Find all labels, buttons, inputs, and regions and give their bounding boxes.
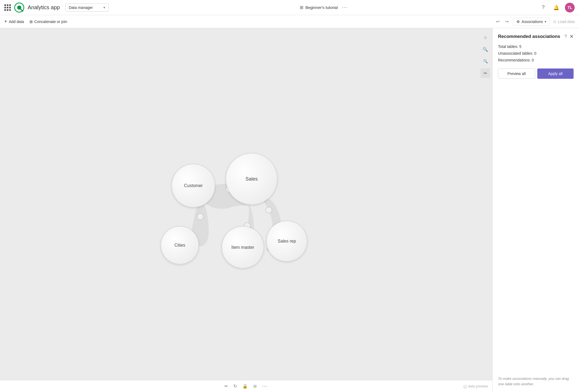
concatenate-button[interactable]: ⊞ Concatenate or join bbox=[30, 19, 67, 24]
bottom-toolbar: ✏ ↻ 🔒 ⊖ ··· ◱ data preview bbox=[0, 380, 492, 392]
add-data-label: Add data bbox=[9, 19, 24, 24]
notification-icon[interactable]: 🔔 bbox=[552, 3, 561, 12]
canvas[interactable]: ⌂ 🔍 🔍 ✏ bbox=[0, 28, 492, 392]
filter-icon[interactable]: ⊖ bbox=[253, 384, 257, 389]
panel-stats: Total tables: 5 Unassociated tables: 0 R… bbox=[498, 44, 574, 64]
load-data-icon: ⊙ bbox=[553, 19, 556, 24]
svg-point-4 bbox=[197, 214, 203, 220]
plus-icon: + bbox=[4, 19, 7, 24]
toolbar2-right: ↩ ↪ ⚙ Associations ▾ ⊙ Load data bbox=[495, 18, 575, 26]
lock-icon[interactable]: 🔒 bbox=[242, 384, 248, 389]
load-data-label: Load data bbox=[558, 19, 575, 24]
panel-title: Recommended associations bbox=[498, 34, 560, 39]
home-icon[interactable]: ⌂ bbox=[480, 32, 490, 42]
panel-close-icon[interactable]: ✕ bbox=[570, 34, 574, 40]
associations-label: Associations bbox=[522, 19, 543, 24]
tutorial-label: Beginner's tutorial bbox=[305, 5, 338, 10]
load-data-button[interactable]: ⊙ Load data bbox=[553, 19, 575, 24]
sales-rep-node[interactable]: Sales rep bbox=[266, 221, 307, 262]
panel-footer-text: To make associations manually, you can d… bbox=[498, 377, 569, 386]
item-master-node[interactable]: Item master bbox=[222, 226, 264, 268]
right-tools: ⌂ 🔍 🔍 ✏ bbox=[480, 32, 490, 78]
unassociated-tables: Unassociated tables: 0 bbox=[498, 51, 574, 56]
zoom-in-icon[interactable]: 🔍 bbox=[480, 44, 490, 54]
recommendations: Recommendations: 0 bbox=[498, 57, 574, 63]
total-tables: Total tables: 5 bbox=[498, 44, 574, 50]
svg-line-2 bbox=[21, 9, 23, 11]
concat-label: Concatenate or join bbox=[34, 19, 67, 24]
add-data-button[interactable]: + Add data bbox=[4, 19, 24, 24]
main-area: ⌂ 🔍 🔍 ✏ bbox=[0, 28, 579, 392]
preview-all-button[interactable]: Preview all bbox=[498, 68, 535, 79]
zoom-out-icon[interactable]: 🔍 bbox=[480, 56, 490, 66]
svg-point-6 bbox=[266, 207, 272, 213]
toolbar2: + Add data ⊞ Concatenate or join ↩ ↪ ⚙ A… bbox=[0, 15, 579, 28]
app-title: Analytics app bbox=[28, 4, 60, 11]
cities-node[interactable]: Cities bbox=[161, 226, 199, 264]
right-icons: ? 🔔 TL bbox=[539, 3, 575, 12]
panel-header-icons: ? ✕ bbox=[564, 34, 574, 40]
center-bar: ⊞ Beginner's tutorial ··· bbox=[300, 5, 348, 10]
grid-menu-icon[interactable] bbox=[4, 4, 11, 11]
dropdown-label: Data manager bbox=[69, 5, 93, 10]
customer-node[interactable]: Customer bbox=[172, 164, 215, 207]
panel-help-icon[interactable]: ? bbox=[564, 34, 567, 39]
bottom-more-icon[interactable]: ··· bbox=[262, 383, 268, 389]
edit-icon[interactable]: ✏ bbox=[480, 68, 490, 78]
chevron-down-icon: ▾ bbox=[545, 20, 546, 24]
more-options-icon[interactable]: ··· bbox=[342, 5, 348, 10]
side-panel: Recommended associations ? ✕ Total table… bbox=[492, 28, 579, 392]
data-manager-dropdown[interactable]: Data manager ▾ bbox=[65, 4, 109, 12]
associations-button[interactable]: ⚙ Associations ▾ bbox=[513, 18, 550, 26]
network-diagram: Customer Sales Cities Item master Sales … bbox=[157, 142, 319, 278]
refresh-icon[interactable]: ↻ bbox=[233, 384, 237, 389]
data-preview-label: data preview bbox=[468, 384, 488, 388]
topbar: Analytics app Data manager ▾ ⊞ Beginner'… bbox=[0, 0, 579, 15]
panel-header: Recommended associations ? ✕ bbox=[498, 34, 574, 40]
panel-actions: Preview all Apply all bbox=[498, 68, 574, 79]
avatar[interactable]: TL bbox=[565, 3, 575, 12]
sales-node[interactable]: Sales bbox=[226, 153, 277, 205]
preview-icon: ◱ bbox=[463, 384, 467, 388]
panel-footer: To make associations manually, you can d… bbox=[498, 376, 574, 387]
qlik-logo bbox=[14, 2, 24, 13]
data-preview-button[interactable]: ◱ data preview bbox=[463, 384, 488, 388]
help-icon[interactable]: ? bbox=[539, 3, 548, 12]
redo-button[interactable]: ↪ bbox=[504, 18, 510, 25]
apply-all-button[interactable]: Apply all bbox=[537, 68, 574, 79]
chevron-down-icon: ▾ bbox=[103, 6, 105, 9]
undo-button[interactable]: ↩ bbox=[495, 18, 501, 25]
associations-icon: ⚙ bbox=[516, 19, 520, 24]
concat-icon: ⊞ bbox=[30, 19, 33, 24]
tutorial-button[interactable]: ⊞ Beginner's tutorial bbox=[300, 5, 338, 10]
edit-bottom-icon[interactable]: ✏ bbox=[225, 384, 228, 389]
